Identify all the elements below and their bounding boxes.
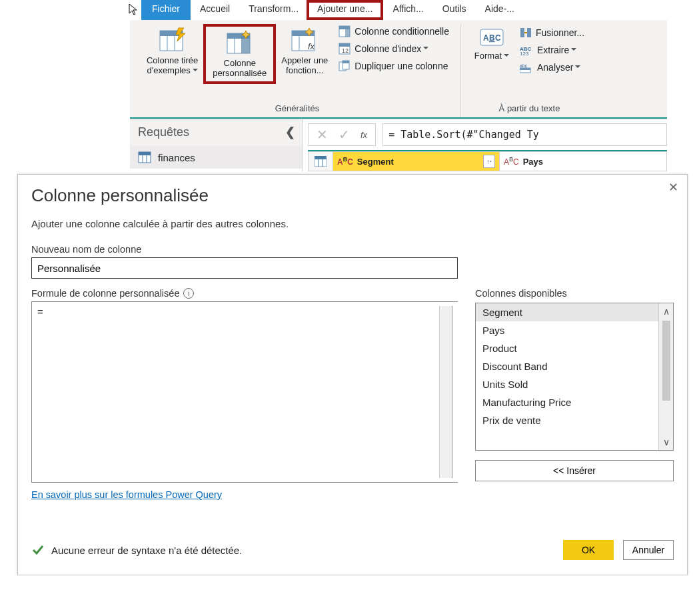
- formula-bar-buttons: ✕ ✓ fx: [308, 123, 376, 146]
- available-columns-label: Colonnes disponibles: [475, 288, 674, 299]
- svg-text:12: 12: [342, 47, 348, 54]
- queries-header[interactable]: Requêtes ❮: [130, 119, 302, 146]
- scroll-down-icon[interactable]: ∨: [663, 434, 670, 450]
- table-icon: [138, 151, 151, 163]
- conditional-column-button[interactable]: Colonne conditionnelle: [336, 24, 452, 39]
- column-header-pays[interactable]: ABC Pays: [500, 151, 667, 171]
- available-columns-items[interactable]: Segment Pays Product Discount Band Units…: [476, 303, 658, 450]
- dialog-subtitle: Ajouter une colonne calculée à partir de…: [31, 218, 674, 229]
- new-column-name-input[interactable]: [31, 257, 458, 279]
- column-header-pays-label: Pays: [523, 157, 543, 167]
- available-item[interactable]: Units Sold: [476, 375, 658, 393]
- formula-label: Formule de colonne personnalisée i: [31, 288, 458, 299]
- content-row: Requêtes ❮ finances ✕ ✓ fx = Table.Sort(…: [130, 119, 667, 171]
- parse-label: Analyser: [537, 62, 580, 73]
- available-item[interactable]: Segment: [476, 303, 658, 321]
- available-item[interactable]: Pays: [476, 321, 658, 339]
- new-column-name-label: Nouveau nom de colonne: [31, 244, 674, 255]
- tab-transform[interactable]: Transform...: [239, 0, 308, 20]
- merge-columns-button[interactable]: Fusionner...: [517, 25, 587, 40]
- queries-pane: Requêtes ❮ finances: [130, 119, 303, 171]
- available-columns-scrollbar[interactable]: ∧ ∨: [658, 303, 673, 450]
- scroll-up-icon[interactable]: ∧: [663, 303, 670, 319]
- tab-help[interactable]: Aide-...: [476, 0, 524, 20]
- cancel-button[interactable]: Annuler: [623, 540, 674, 560]
- duplicate-column-button[interactable]: Dupliquer une colonne: [336, 59, 452, 73]
- conditional-icon: [339, 25, 350, 37]
- tab-file[interactable]: Fichier: [141, 0, 191, 20]
- accept-formula-icon[interactable]: ✓: [339, 127, 350, 143]
- duplicate-icon: [339, 60, 350, 72]
- formula-bar: ✕ ✓ fx = Table.Sort(#"Changed Ty: [303, 119, 667, 150]
- collapse-icon[interactable]: ❮: [285, 125, 295, 139]
- index-column-label: Colonne d'index: [354, 43, 428, 54]
- formula-scrollbar[interactable]: [439, 306, 452, 478]
- conditional-column-label: Colonne conditionnelle: [354, 26, 449, 37]
- svg-rect-38: [315, 156, 327, 159]
- svg-rect-21: [343, 61, 349, 63]
- fx-label[interactable]: fx: [360, 130, 367, 140]
- type-text-icon: ABC: [504, 156, 519, 167]
- invoke-function-button[interactable]: fx Appeler une fonction...: [277, 24, 332, 76]
- available-item[interactable]: Prix de vente: [476, 411, 658, 429]
- tab-tools[interactable]: Outils: [433, 0, 476, 20]
- learn-more-link[interactable]: En savoir plus sur les formules Power Qu…: [31, 489, 222, 500]
- formula-text: =: [37, 306, 439, 478]
- ribbon-body: Colonne tirée d'exemples Colonne personn…: [130, 20, 667, 117]
- table-sparkle-icon: [226, 29, 254, 56]
- cursor-icon: [128, 3, 141, 17]
- custom-column-dialog: ✕ Colonne personnalisée Ajouter une colo…: [17, 174, 688, 575]
- info-icon[interactable]: i: [183, 288, 194, 299]
- group-general-label: Généralités: [134, 103, 460, 117]
- extract-button[interactable]: ABC 123 Extraire: [517, 43, 587, 57]
- svg-rect-26: [520, 28, 524, 37]
- column-header-segment[interactable]: ABC Segment ↑·: [333, 151, 500, 171]
- svg-rect-34: [139, 152, 151, 155]
- svg-text:A: A: [483, 33, 489, 43]
- invoke-function-label: Appeler une fonction...: [281, 56, 328, 76]
- scroll-thumb[interactable]: [662, 321, 670, 401]
- cancel-formula-icon[interactable]: ✕: [317, 127, 328, 143]
- available-item[interactable]: Discount Band: [476, 357, 658, 375]
- format-button[interactable]: A B C Format: [469, 24, 514, 61]
- type-text-icon: ABC: [337, 156, 353, 167]
- svg-rect-32: [520, 68, 530, 70]
- status-text: Aucune erreur de syntaxe n'a été détecté…: [51, 545, 242, 556]
- tab-home[interactable]: Accueil: [191, 0, 239, 20]
- svg-text:C: C: [495, 33, 501, 43]
- index-icon: 12: [339, 43, 350, 55]
- grid-corner[interactable]: [308, 151, 333, 171]
- tab-add-column[interactable]: Ajouter une...: [307, 0, 383, 20]
- group-text-label: À partir du texte: [465, 103, 594, 117]
- tab-view[interactable]: Affich...: [383, 0, 432, 20]
- svg-rect-14: [339, 26, 350, 29]
- formula-input[interactable]: =: [31, 301, 458, 483]
- svg-rect-15: [345, 29, 350, 37]
- merge-icon: [520, 27, 532, 39]
- sort-indicator-icon[interactable]: ↑·: [483, 155, 495, 168]
- editor-area: ✕ ✓ fx = Table.Sort(#"Changed Ty ABC Seg…: [303, 119, 667, 171]
- tab-strip: Fichier Accueil Transform... Ajouter une…: [130, 0, 667, 20]
- parse-button[interactable]: abc Analyser: [517, 60, 587, 75]
- dialog-title: Colonne personnalisée: [31, 185, 674, 206]
- available-item[interactable]: Product: [476, 339, 658, 357]
- formula-bar-input[interactable]: = Table.Sort(#"Changed Ty: [382, 123, 667, 146]
- grid-header: ABC Segment ↑· ABC Pays: [308, 150, 667, 171]
- dialog-close-button[interactable]: ✕: [666, 180, 680, 195]
- query-item-finances[interactable]: finances: [130, 146, 302, 169]
- format-label: Format: [474, 51, 509, 61]
- custom-column-button[interactable]: Colonne personnalisée: [203, 24, 276, 84]
- column-from-examples-button[interactable]: Colonne tirée d'exemples: [143, 24, 202, 76]
- ribbon: Fichier Accueil Transform... Ajouter une…: [130, 0, 667, 119]
- index-column-button[interactable]: 12 Colonne d'index: [336, 41, 452, 56]
- svg-text:abc: abc: [520, 63, 528, 68]
- svg-text:fx: fx: [308, 41, 315, 51]
- column-header-segment-label: Segment: [357, 157, 394, 167]
- extract-icon: ABC 123: [520, 44, 533, 56]
- column-from-examples-label: Colonne tirée d'exemples: [147, 56, 198, 76]
- available-item[interactable]: Manufacturing Price: [476, 393, 658, 411]
- check-icon: [31, 543, 45, 557]
- insert-button[interactable]: << Insérer: [475, 460, 674, 481]
- svg-rect-27: [527, 28, 531, 37]
- ok-button[interactable]: OK: [563, 540, 614, 560]
